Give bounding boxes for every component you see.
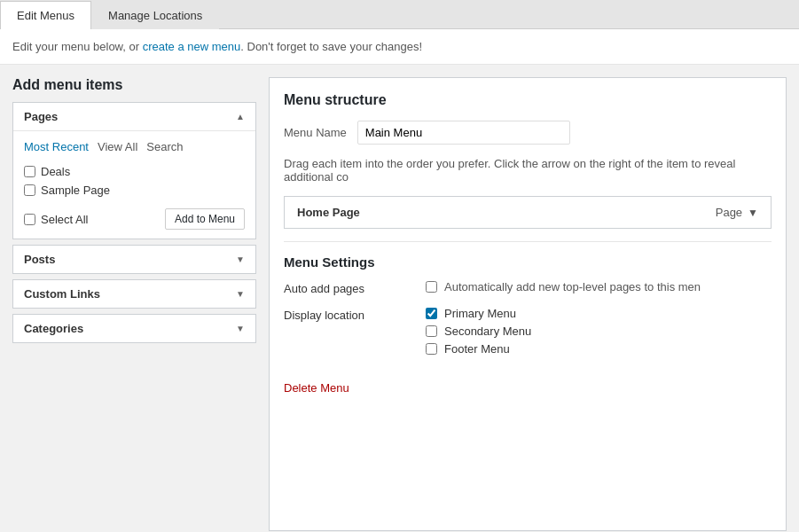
menu-item-type: Page <box>716 206 742 219</box>
posts-accordion-header[interactable]: Posts ▼ <box>13 246 255 273</box>
footer-menu-checkbox[interactable] <box>426 343 437 355</box>
sample-page-checkbox[interactable] <box>24 184 35 196</box>
pages-accordion: Pages ▲ Most Recent View All Search Deal… <box>12 102 256 239</box>
auto-add-pages-row: Auto add pages Automatically add new top… <box>284 280 772 298</box>
tabs-bar: Edit Menus Manage Locations <box>0 0 799 29</box>
info-text-after: . Don't forget to save your changes! <box>240 40 422 53</box>
posts-label: Posts <box>24 253 55 266</box>
section-divider <box>284 241 772 242</box>
pages-chevron-icon: ▲ <box>236 112 245 121</box>
auto-add-hint: Automatically add new top-level pages to… <box>444 280 701 293</box>
deals-label: Deals <box>41 165 70 178</box>
list-item: Deals <box>24 162 245 181</box>
display-location-content: Primary Menu Secondary Menu Footer Menu <box>426 307 772 360</box>
auto-add-checkbox[interactable] <box>426 281 437 293</box>
select-all-row: Select All Add to Menu <box>24 208 245 230</box>
tab-edit-menus[interactable]: Edit Menus <box>0 1 91 29</box>
sub-tab-view-all[interactable]: View All <box>98 140 137 153</box>
categories-accordion-header[interactable]: Categories ▼ <box>13 315 255 342</box>
menu-name-row: Menu Name <box>284 121 772 145</box>
menu-item-right: Page ▼ <box>716 206 758 219</box>
sub-tab-search[interactable]: Search <box>146 140 183 153</box>
select-all-text: Select All <box>41 213 88 226</box>
tab-manage-locations[interactable]: Manage Locations <box>91 1 219 29</box>
list-item: Sample Page <box>24 181 245 200</box>
menu-name-input[interactable] <box>357 121 570 145</box>
add-menu-items-heading: Add menu items <box>12 77 256 93</box>
sample-page-label: Sample Page <box>41 184 110 197</box>
create-new-menu-link[interactable]: create a new menu <box>143 40 241 53</box>
posts-chevron-icon: ▼ <box>236 254 245 264</box>
menu-settings-heading: Menu Settings <box>284 254 772 270</box>
pages-accordion-body: Most Recent View All Search Deals Sample… <box>13 130 255 239</box>
footer-menu-label: Footer Menu <box>444 342 510 356</box>
secondary-menu-label: Secondary Menu <box>444 325 531 338</box>
drag-hint: Drag each item into the order you prefer… <box>284 157 772 184</box>
posts-accordion: Posts ▼ <box>12 245 256 274</box>
menu-structure-heading: Menu structure <box>284 92 772 108</box>
delete-menu-link[interactable]: Delete Menu <box>284 381 349 395</box>
auto-add-checkbox-row: Automatically add new top-level pages to… <box>426 280 772 293</box>
main-layout: Add menu items Pages ▲ Most Recent View … <box>0 65 799 532</box>
display-location-row: Display location Primary Menu Secondary … <box>284 307 772 360</box>
select-all-label[interactable]: Select All <box>24 213 88 226</box>
menu-item-label: Home Page <box>297 206 360 219</box>
menu-item-expand-icon[interactable]: ▼ <box>748 207 758 219</box>
right-panel: Menu structure Menu Name Drag each item … <box>269 77 787 531</box>
select-all-checkbox[interactable] <box>24 214 35 225</box>
secondary-menu-checkbox[interactable] <box>426 325 437 337</box>
custom-links-accordion-header[interactable]: Custom Links ▼ <box>13 280 255 308</box>
categories-label: Categories <box>24 322 83 335</box>
left-panel: Add menu items Pages ▲ Most Recent View … <box>12 77 256 531</box>
primary-menu-label: Primary Menu <box>444 307 516 320</box>
pages-list: Deals Sample Page <box>24 162 245 200</box>
display-location-label: Display location <box>284 307 408 322</box>
info-bar: Edit your menu below, or create a new me… <box>0 29 799 65</box>
custom-links-label: Custom Links <box>24 287 100 301</box>
pages-label: Pages <box>24 110 58 123</box>
secondary-menu-row: Secondary Menu <box>426 325 772 338</box>
categories-accordion: Categories ▼ <box>12 314 256 343</box>
add-to-menu-button[interactable]: Add to Menu <box>165 208 245 230</box>
footer-menu-row: Footer Menu <box>426 342 772 356</box>
pages-accordion-header[interactable]: Pages ▲ <box>13 103 255 130</box>
primary-menu-row: Primary Menu <box>426 307 772 320</box>
categories-chevron-icon: ▼ <box>236 324 245 333</box>
custom-links-accordion: Custom Links ▼ <box>12 279 256 309</box>
primary-menu-checkbox[interactable] <box>426 308 437 319</box>
info-text-before: Edit your menu below, or <box>12 40 143 53</box>
sub-tab-most-recent[interactable]: Most Recent <box>24 140 89 153</box>
deals-checkbox[interactable] <box>24 166 35 177</box>
menu-item-box: Home Page Page ▼ <box>284 196 772 229</box>
auto-add-content: Automatically add new top-level pages to… <box>426 280 772 298</box>
menu-name-label: Menu Name <box>284 126 347 139</box>
pages-sub-tabs: Most Recent View All Search <box>24 140 245 153</box>
custom-links-chevron-icon: ▼ <box>236 289 245 299</box>
auto-add-label: Auto add pages <box>284 280 408 295</box>
